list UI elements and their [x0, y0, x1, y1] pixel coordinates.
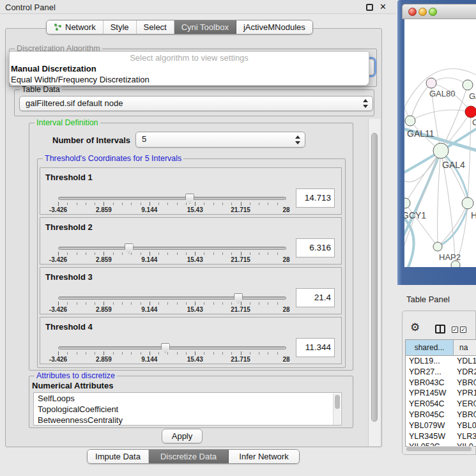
numerical-attribute-item[interactable]: BetweennessCentrality [34, 415, 341, 426]
table-row[interactable]: YDL19...YDL1 [406, 356, 476, 367]
list-scrollbar[interactable] [333, 394, 341, 426]
table-row[interactable]: YPR145WYPR1 [406, 388, 476, 399]
table-data-group-label: Table Data [20, 86, 62, 94]
table-cell[interactable]: YDR2 [454, 367, 476, 378]
edge[interactable] [410, 83, 431, 121]
table-cell[interactable]: YDL1 [454, 356, 476, 367]
node-hap2[interactable] [433, 242, 442, 251]
threshold-4-value-field[interactable]: 11.344 [296, 338, 335, 357]
tab-cyni-toolbox[interactable]: Cyni Toolbox [174, 20, 236, 34]
table-cell[interactable]: YER054C [406, 399, 454, 410]
threshold-1-slider[interactable]: -3.4262.8599.14415.4321.71528 [58, 194, 286, 215]
node-gal80[interactable] [426, 78, 436, 88]
numerical-attribute-item[interactable]: TopologicalCoefficient [34, 404, 341, 415]
table-scrollbar-thumb[interactable] [406, 447, 472, 451]
threshold-1-value-field[interactable]: 14.713 [296, 188, 335, 208]
slider-tick-label: 2.859 [96, 256, 112, 263]
threshold-2-slider[interactable]: -3.4262.8599.14415.4321.71528 [58, 243, 286, 265]
node-label-c: C [472, 118, 476, 127]
table-row[interactable]: YBR045CYBR0 [406, 410, 476, 420]
table-row[interactable]: YBL079WYBL0 [406, 420, 476, 431]
threshold-2-panel: Threshold 2 -3.4262.8599.14415.4321.7152… [40, 217, 342, 265]
threshold-3-value-field[interactable]: 21.4 [296, 288, 335, 307]
edge[interactable] [438, 203, 468, 247]
traffic-light-zoom-icon[interactable] [429, 8, 437, 16]
threshold-2-value-field[interactable]: 6.316 [296, 238, 335, 257]
node-gcy1[interactable] [404, 198, 410, 208]
column-header-shared-name[interactable]: shared... [406, 340, 454, 355]
tab-select-label: Select [144, 20, 167, 34]
traffic-light-close-icon[interactable] [408, 8, 417, 16]
slider-track [58, 296, 286, 300]
node-label-ga: GA [469, 91, 476, 101]
numerical-attributes-list[interactable]: SelfLoopsTopologicalCoefficientBetweenne… [33, 392, 342, 426]
node-top-right[interactable] [463, 80, 473, 90]
table-header-row: shared... na [406, 340, 476, 356]
tab-network[interactable]: Network [47, 20, 104, 34]
table-row[interactable]: YBR043CYBR0 [406, 378, 476, 388]
table-cell[interactable]: YBR043C [406, 378, 454, 388]
table-cell[interactable]: YBR0 [454, 378, 476, 388]
float-window-icon[interactable] [366, 4, 373, 11]
table-cell[interactable]: YBL079W [406, 420, 454, 431]
table-row[interactable]: YLR345WYLR3 [406, 431, 476, 442]
table-cell[interactable]: YDR27... [406, 367, 454, 378]
tab-style[interactable]: Style [104, 20, 137, 34]
table-cell[interactable]: YLR345W [406, 431, 454, 442]
node-h[interactable] [462, 197, 473, 209]
edge[interactable] [441, 151, 468, 203]
edge[interactable] [468, 112, 471, 203]
dropdown-option-manual-discretization[interactable]: Manual Discretization [10, 63, 369, 74]
dropdown-option-equal-width-frequency[interactable]: Equal Width/Frequency Discretization [10, 74, 369, 85]
table-cell[interactable]: YLR3 [454, 431, 476, 442]
close-icon[interactable]: ✕ [380, 2, 387, 12]
slider-tick-label: 28 [282, 356, 289, 363]
slider-tick-label: 15.43 [187, 206, 203, 213]
node-gal11[interactable] [405, 116, 415, 126]
table-cell[interactable]: YPR145W [406, 388, 454, 399]
table-cell[interactable]: YER0 [454, 399, 476, 410]
slider-tick-label: 15.43 [187, 306, 203, 313]
network-window-titlebar[interactable] [402, 4, 476, 19]
control-panel-scrollbar[interactable] [368, 119, 380, 446]
gear-icon[interactable]: ⚙ [410, 322, 420, 333]
tab-impute-data[interactable]: Impute Data [88, 450, 149, 463]
tab-infer-network-label: Infer Network [239, 450, 288, 463]
list-scrollbar-thumb[interactable] [335, 395, 340, 409]
number-of-intervals-combobox[interactable]: 5 [135, 132, 305, 148]
tab-infer-network[interactable]: Infer Network [229, 450, 299, 463]
numerical-attributes-label: Numerical Attributes [32, 381, 113, 390]
table-horizontal-scrollbar[interactable] [406, 446, 475, 452]
checkbox-icon[interactable]: ✓ [460, 326, 466, 333]
network-canvas[interactable]: GAL80 GA C GAL11 GAL4 GCY1 H HAP2 [404, 19, 476, 267]
table-cell[interactable]: YBL0 [454, 420, 476, 431]
node-attribute-table[interactable]: shared... na YDL19...YDL1YDR27...YDR2YBR… [405, 339, 476, 447]
table-row[interactable]: YER054CYER0 [406, 399, 476, 410]
slider-tick-label: 2.859 [96, 306, 112, 313]
node-highlighted-red[interactable] [465, 106, 476, 118]
edge[interactable] [438, 151, 441, 247]
numerical-attribute-item[interactable]: SelfLoops [34, 393, 341, 404]
traffic-light-minimize-icon[interactable] [418, 8, 427, 16]
edge[interactable] [431, 78, 468, 85]
table-cell[interactable]: YDL19... [406, 356, 454, 367]
table-cell[interactable]: YBR045C [406, 410, 454, 420]
table-row[interactable]: YDR27...YDR2 [406, 367, 476, 378]
node-gal4[interactable] [433, 143, 449, 158]
columns-icon[interactable] [435, 325, 445, 334]
checkbox-icon[interactable]: ✓ [452, 326, 458, 333]
table-data-combobox[interactable]: galFiltered.sif default node [19, 96, 373, 111]
slider-major-ticks [58, 302, 286, 305]
column-header-name[interactable]: na [454, 340, 476, 355]
apply-button[interactable]: Apply [162, 429, 203, 443]
table-cell[interactable]: YBR0 [454, 410, 476, 420]
tab-discretize-data[interactable]: Discretize Data [149, 450, 229, 463]
dropdown-placeholder-item[interactable]: Select algorithm to view settings [10, 52, 369, 63]
threshold-3-slider[interactable]: -3.4262.8599.14415.4321.71528 [58, 293, 286, 315]
tab-jactivemnodules[interactable]: jActiveMNodules [236, 20, 312, 34]
control-panel-scrollbar-thumb[interactable] [371, 133, 378, 422]
threshold-4-slider[interactable]: -3.4262.8599.14415.4321.71528 [58, 343, 286, 365]
tab-select[interactable]: Select [137, 20, 174, 34]
edge[interactable] [410, 110, 471, 121]
table-cell[interactable]: YPR1 [454, 388, 476, 399]
